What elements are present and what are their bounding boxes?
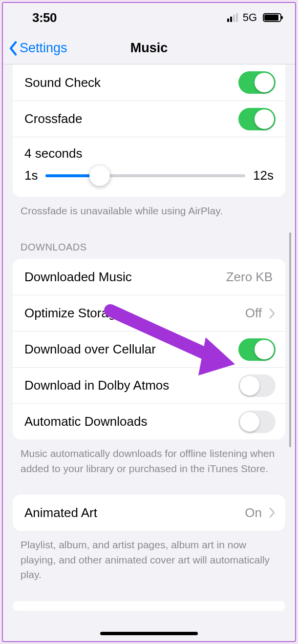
automatic-downloads-row: Automatic Downloads — [13, 403, 285, 439]
crossfade-value: 4 seconds — [24, 146, 274, 161]
animated-art-group: Animated Art On — [13, 495, 285, 531]
downloads-footer: Music automatically downloads for offlin… — [3, 439, 295, 476]
nav-bar: Settings Music — [3, 32, 295, 64]
slider-max: 12s — [253, 168, 274, 183]
chevron-right-icon — [269, 308, 276, 319]
downloaded-music-label: Downloaded Music — [24, 270, 132, 285]
automatic-downloads-label: Automatic Downloads — [24, 414, 147, 429]
chevron-right-icon — [269, 507, 276, 518]
crossfade-row: Crossfade — [13, 101, 285, 137]
next-group-peek — [13, 601, 285, 611]
battery-icon — [263, 13, 281, 22]
optimize-storage-label: Optimize Storage — [24, 306, 123, 321]
sound-check-row: Sound Check — [13, 64, 285, 101]
download-cellular-toggle[interactable] — [238, 338, 276, 361]
animated-art-row[interactable]: Animated Art On — [13, 495, 285, 531]
download-dolby-label: Download in Dolby Atmos — [24, 378, 169, 393]
downloads-header: DOWNLOADS — [3, 218, 295, 259]
playback-group: Sound Check Crossfade 4 seconds 1s 12s — [13, 64, 285, 197]
back-label: Settings — [20, 41, 67, 56]
sound-check-label: Sound Check — [24, 75, 101, 90]
crossfade-slider-row: 4 seconds 1s 12s — [13, 137, 285, 197]
download-cellular-row: Download over Cellular — [13, 331, 285, 367]
scroll-indicator[interactable] — [289, 232, 291, 447]
download-dolby-row: Download in Dolby Atmos — [13, 367, 285, 403]
downloads-group: Downloaded Music Zero KB Optimize Storag… — [13, 259, 285, 439]
animated-art-label: Animated Art — [24, 505, 97, 520]
download-dolby-toggle[interactable] — [238, 374, 276, 397]
status-bar: 3:50 5G — [3, 3, 295, 32]
downloaded-music-value: Zero KB — [226, 270, 273, 285]
slider-thumb[interactable] — [89, 166, 110, 186]
animated-art-value: On — [245, 505, 262, 520]
crossfade-label: Crossfade — [24, 111, 83, 126]
crossfade-footer: Crossfade is unavailable while using Air… — [3, 197, 295, 218]
status-time: 3:50 — [32, 10, 57, 25]
crossfade-toggle[interactable] — [238, 108, 276, 130]
back-button[interactable]: Settings — [3, 41, 67, 56]
cellular-signal-icon — [227, 13, 238, 22]
optimize-storage-row[interactable]: Optimize Storage Off — [13, 295, 285, 331]
chevron-left-icon — [8, 41, 19, 56]
automatic-downloads-toggle[interactable] — [238, 411, 276, 433]
downloaded-music-row[interactable]: Downloaded Music Zero KB — [13, 259, 285, 295]
status-right: 5G — [227, 11, 281, 24]
home-indicator[interactable] — [100, 632, 198, 635]
network-label: 5G — [243, 11, 257, 24]
sound-check-toggle[interactable] — [238, 71, 276, 94]
crossfade-slider[interactable] — [45, 174, 245, 177]
animated-art-footer: Playlist, album, and artist pages, album… — [3, 531, 295, 582]
slider-min: 1s — [24, 168, 38, 183]
optimize-storage-value: Off — [245, 306, 262, 321]
download-cellular-label: Download over Cellular — [24, 342, 156, 357]
